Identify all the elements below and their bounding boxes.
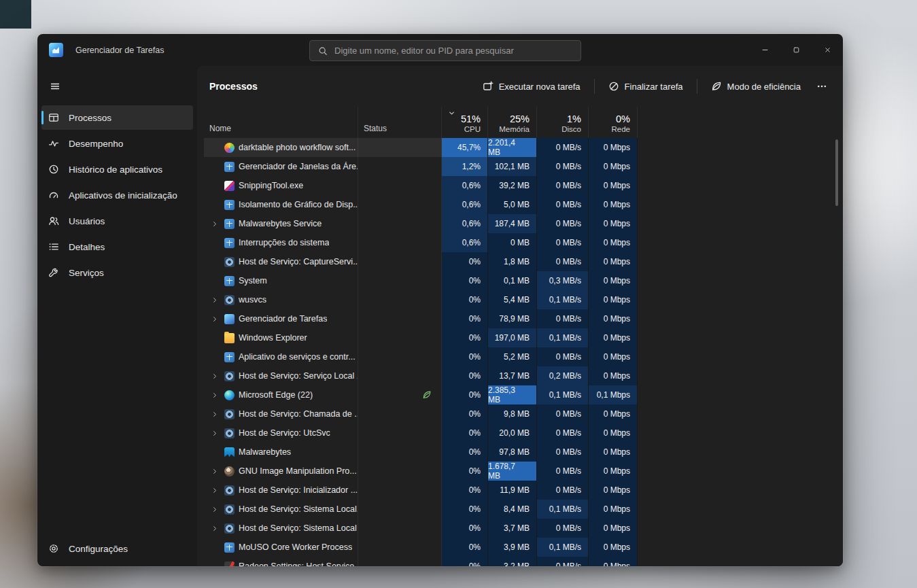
process-row[interactable]: Malwarebytes Service0,6%187,4 MB0 MB/s0 … bbox=[204, 214, 638, 233]
memory-cell: 11,9 MB bbox=[488, 481, 537, 500]
sidebar-item-detalhes[interactable]: Detalhes bbox=[41, 235, 193, 259]
sidebar-item-servicos[interactable]: Serviços bbox=[41, 260, 193, 285]
memory-value: 1,8 MB bbox=[504, 257, 530, 266]
process-row[interactable]: Host de Serviço: Sistema Local...0%8,4 M… bbox=[204, 500, 638, 519]
process-row[interactable]: SnippingTool.exe0,6%39,2 MB0 MB/s0 Mbps bbox=[204, 176, 638, 195]
memory-value: 0,1 MB bbox=[504, 276, 530, 286]
sidebar-item-label: Processos bbox=[69, 113, 111, 123]
process-row[interactable]: Aplicativo de serviços e contr...0%5,2 M… bbox=[204, 347, 638, 366]
sidebar-item-usuarios[interactable]: Usuários bbox=[41, 209, 193, 233]
disk-cell: 0 MB/s bbox=[537, 519, 589, 538]
process-row[interactable]: Radeon Settings: Host Service0%3,2 MB0 M… bbox=[204, 557, 638, 566]
sidebar-item-label: Detalhes bbox=[69, 242, 105, 252]
process-row[interactable]: Isolamento de Gráfico de Disp...0,6%5,0 … bbox=[204, 195, 638, 214]
disk-value: 0 MB/s bbox=[556, 162, 581, 171]
disk-value: 0 MB/s bbox=[556, 466, 581, 476]
process-row[interactable]: Host de Serviço: Sistema Local0%3,7 MB0 … bbox=[204, 519, 638, 538]
history-icon bbox=[48, 164, 59, 175]
finalizar-tarefa-button[interactable]: Finalizar tarefa bbox=[600, 75, 691, 98]
sidebar-item-configuracoes[interactable]: Configurações bbox=[41, 536, 193, 561]
column-label: Memória bbox=[499, 125, 530, 133]
network-cell: 0 Mbps bbox=[589, 404, 638, 423]
network-value: 0 Mbps bbox=[604, 485, 630, 495]
menu-toggle-button[interactable] bbox=[43, 75, 67, 97]
more-options-button[interactable] bbox=[810, 75, 833, 98]
gear-app-icon bbox=[224, 409, 235, 419]
process-row[interactable]: System0%0,1 MB0,3 MB/s0 Mbps bbox=[204, 271, 638, 290]
expand-chevron-icon[interactable] bbox=[209, 506, 220, 513]
process-row[interactable]: Host de Serviço: CaptureServi...0%1,8 MB… bbox=[204, 252, 638, 271]
executar-nova-tarefa-button[interactable]: Executar nova tarefa bbox=[474, 75, 589, 98]
expand-chevron-icon[interactable] bbox=[209, 315, 220, 323]
cpu-value: 0% bbox=[469, 561, 481, 566]
search-input[interactable] bbox=[334, 46, 572, 56]
efficiency-leaf-icon bbox=[422, 390, 432, 400]
expand-chevron-icon[interactable] bbox=[209, 392, 220, 399]
task-manager-logo-icon bbox=[49, 43, 63, 57]
maximize-button[interactable] bbox=[780, 34, 812, 66]
details-icon bbox=[48, 241, 59, 252]
column-header-disk[interactable]: 1% Disco bbox=[537, 107, 589, 138]
expand-chevron-icon[interactable] bbox=[209, 220, 220, 228]
network-cell: 0 Mbps bbox=[589, 157, 638, 176]
disk-cell: 0 MB/s bbox=[537, 481, 589, 500]
process-name: Host de Serviço: UtcSvc bbox=[239, 428, 330, 438]
expand-chevron-icon[interactable] bbox=[209, 430, 220, 437]
sidebar-item-desempenho[interactable]: Desempenho bbox=[41, 131, 193, 156]
disk-cell: 0,1 MB/s bbox=[537, 500, 589, 519]
gear-app-icon bbox=[224, 485, 235, 496]
process-row[interactable]: Host de Serviço: Serviço Local ...0%13,7… bbox=[204, 366, 638, 385]
process-row[interactable]: wusvcs0%5,4 MB0,1 MB/s0 Mbps bbox=[204, 290, 638, 309]
process-row[interactable]: Gerenciador de Janelas da Áre...1,2%102,… bbox=[204, 157, 638, 176]
column-header-network[interactable]: 0% Rede bbox=[589, 107, 638, 138]
sidebar-item-aplicativos-de-inicializacao[interactable]: Aplicativos de inicialização bbox=[41, 183, 193, 207]
search-box[interactable] bbox=[309, 40, 581, 61]
modo-de-eficiencia-button[interactable]: Modo de eficiência bbox=[703, 75, 809, 98]
column-header-memory[interactable]: 25% Memória bbox=[488, 107, 537, 138]
process-row[interactable]: Gerenciador de Tarefas0%78,9 MB0 MB/s0 M… bbox=[204, 309, 638, 328]
memory-value: 9,8 MB bbox=[504, 409, 530, 419]
expand-chevron-icon[interactable] bbox=[209, 296, 220, 304]
window-app-icon bbox=[224, 219, 235, 229]
network-value: 0 Mbps bbox=[604, 257, 630, 266]
process-row[interactable]: Malwarebytes0%97,8 MB0 MB/s0 Mbps bbox=[204, 443, 638, 462]
column-header-status[interactable]: Status bbox=[358, 107, 442, 138]
expand-chevron-icon[interactable] bbox=[209, 468, 220, 475]
process-row[interactable]: Interrupções do sistema0,6%0 MB0 MB/s0 M… bbox=[204, 233, 638, 252]
status-cell bbox=[358, 500, 442, 519]
disk-cell: 0 MB/s bbox=[537, 233, 589, 252]
process-name-cell: Radeon Settings: Host Service bbox=[204, 557, 358, 566]
process-row[interactable]: darktable photo workflow soft...45,7%2.2… bbox=[204, 138, 638, 157]
sidebar-item-historico-de-aplicativos[interactable]: Histórico de aplicativos bbox=[41, 157, 193, 181]
gear-icon bbox=[48, 543, 59, 554]
vertical-scrollbar[interactable] bbox=[835, 139, 838, 206]
cpu-cell: 0% bbox=[442, 366, 488, 385]
expand-chevron-icon[interactable] bbox=[209, 487, 220, 494]
cpu-value: 0% bbox=[469, 447, 481, 457]
expand-chevron-icon[interactable] bbox=[209, 373, 220, 380]
sidebar: ProcessosDesempenhoHistórico de aplicati… bbox=[37, 66, 197, 566]
process-row[interactable]: Host de Serviço: Chamada de ...0%9,8 MB0… bbox=[204, 404, 638, 423]
window-app-icon bbox=[224, 162, 235, 172]
process-row[interactable]: GNU Image Manipulation Pro...0%1.678,7 M… bbox=[204, 462, 638, 481]
expand-chevron-icon[interactable] bbox=[209, 411, 220, 418]
process-row[interactable]: MoUSO Core Worker Process0%3,9 MB0,1 MB/… bbox=[204, 538, 638, 557]
command-bar: Processos Executar nova tarefaFinalizar … bbox=[197, 66, 843, 107]
disk-value: 0,1 MB/s bbox=[549, 333, 581, 343]
process-row[interactable]: Host de Serviço: Inicializador ...0%11,9… bbox=[204, 481, 638, 500]
process-row[interactable]: Windows Explorer0%197,0 MB0,1 MB/s0 Mbps bbox=[204, 328, 638, 347]
cpu-cell: 0,6% bbox=[442, 233, 488, 252]
new-task-icon bbox=[483, 81, 494, 92]
sidebar-item-processos[interactable]: Processos bbox=[41, 105, 193, 130]
network-value: 0 Mbps bbox=[604, 523, 630, 533]
column-header-name[interactable]: Nome bbox=[204, 107, 358, 138]
close-button[interactable] bbox=[812, 34, 843, 66]
process-row[interactable]: Host de Serviço: UtcSvc0%20,0 MB0 MB/s0 … bbox=[204, 423, 638, 443]
expand-chevron-icon[interactable] bbox=[209, 525, 220, 532]
process-name: Windows Explorer bbox=[239, 333, 307, 343]
column-header-cpu[interactable]: 51% CPU bbox=[442, 107, 488, 138]
process-row[interactable]: Microsoft Edge (22)0%2.385,3 MB0,1 MB/s0… bbox=[204, 385, 638, 404]
memory-value: 102,1 MB bbox=[495, 162, 530, 171]
process-name: Aplicativo de serviços e contr... bbox=[239, 352, 356, 362]
minimize-button[interactable] bbox=[749, 34, 780, 66]
